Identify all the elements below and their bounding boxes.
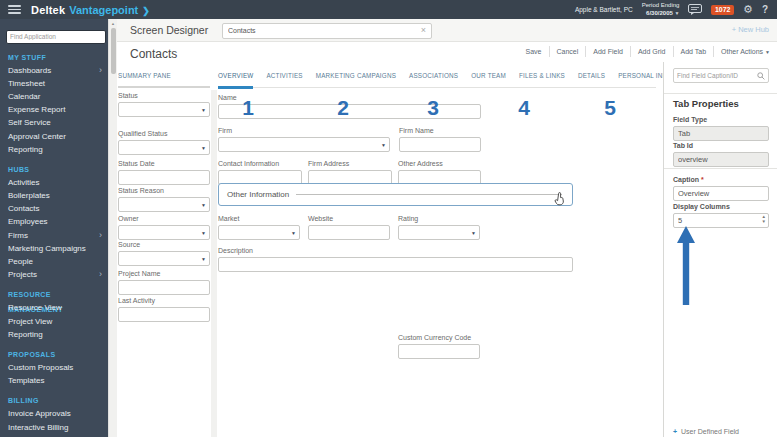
- tab[interactable]: MARKETING CAMPAIGNS: [316, 72, 396, 87]
- sidebar-item[interactable]: Calendar ›: [0, 90, 108, 103]
- hub-selector-input[interactable]: [223, 27, 416, 34]
- pane-divider: [211, 90, 217, 437]
- tab[interactable]: OUR TEAM: [471, 72, 506, 87]
- firm-name-input[interactable]: [399, 137, 481, 152]
- sidebar-item[interactable]: Batch Billing ›: [0, 434, 108, 437]
- add-user-defined-field-link[interactable]: + User Defined Field: [673, 428, 739, 435]
- new-hub-label: New Hub: [738, 25, 769, 34]
- tab[interactable]: ACTIVITIES: [266, 72, 302, 87]
- sidebar-item-label: Interactive Billing: [8, 423, 68, 432]
- hamburger-menu-icon[interactable]: [8, 5, 21, 14]
- display-columns-input[interactable]: [674, 216, 768, 225]
- market-dropdown[interactable]: ▼: [218, 225, 300, 240]
- sidebar-item-label: Contacts: [8, 204, 40, 213]
- field-label: Market: [218, 215, 300, 223]
- sidebar-item[interactable]: Contacts ›: [0, 202, 108, 215]
- tab[interactable]: OVERVIEW: [218, 72, 253, 87]
- section-other-information-selected[interactable]: Other Information: [218, 183, 573, 206]
- scrollbar-thumb[interactable]: [111, 28, 116, 74]
- tab[interactable]: DETAILS: [578, 72, 605, 87]
- field-firm-address: Firm Address: [308, 160, 392, 185]
- field-label: Status Date: [118, 160, 210, 168]
- project-name-input[interactable]: [118, 280, 210, 295]
- field-label: Status Reason: [118, 187, 210, 195]
- sidebar-item[interactable]: Boilerplates ›: [0, 189, 108, 202]
- close-icon[interactable]: ×: [416, 26, 431, 35]
- gear-icon[interactable]: ⚙: [743, 4, 753, 15]
- last-activity-input[interactable]: [118, 307, 210, 322]
- website-input[interactable]: [308, 225, 390, 240]
- sidebar-section-title: PROPOSALS: [0, 347, 108, 361]
- caption-field: [673, 186, 769, 201]
- caret-down-icon: ▼: [201, 107, 206, 113]
- source-dropdown[interactable]: ▼: [118, 251, 210, 266]
- help-icon[interactable]: ?: [762, 4, 768, 15]
- sidebar-item-label: Resource View: [8, 303, 62, 312]
- app-window: Deltek Vantagepoint ❯ Apple & Bartlett, …: [0, 0, 777, 437]
- field-caption-search: [673, 68, 769, 83]
- chevron-right-icon: ›: [99, 66, 102, 75]
- action-button[interactable]: Add Tab: [674, 46, 715, 57]
- period-ending-value: 6/30/2005: [646, 10, 673, 16]
- tab[interactable]: FILES & LINKS: [519, 72, 565, 87]
- chat-icon[interactable]: [688, 4, 702, 15]
- find-application-input[interactable]: [6, 30, 106, 44]
- custom-currency-code-input[interactable]: [398, 344, 480, 359]
- sidebar-item-label: Boilerplates: [8, 191, 50, 200]
- caret-down-icon: ▼: [201, 230, 206, 236]
- sidebar-item[interactable]: Activities ›: [0, 176, 108, 189]
- properties-panel: Tab Properties Field Type Tab Id Caption…: [663, 62, 777, 437]
- owner-dropdown[interactable]: ▼: [118, 225, 210, 240]
- name-input[interactable]: [218, 104, 481, 119]
- sidebar-section-list: Custom Proposals › Templates ›: [0, 361, 108, 387]
- sidebar-section-title: BILLING: [0, 393, 108, 407]
- sidebar-item[interactable]: Approval Center ›: [0, 129, 108, 142]
- property-label: Display Columns: [673, 203, 769, 211]
- status-date-input[interactable]: [118, 170, 210, 185]
- sidebar-item[interactable]: Expense Report ›: [0, 103, 108, 116]
- sidebar-item[interactable]: Interactive Billing ›: [0, 420, 108, 433]
- number-stepper[interactable]: ▲ ▼: [762, 215, 766, 225]
- qualified-status-dropdown[interactable]: ▼: [118, 140, 210, 155]
- find-field-caption-input[interactable]: [674, 72, 757, 79]
- action-button[interactable]: Cancel: [550, 46, 587, 57]
- rating-dropdown[interactable]: ▼: [398, 225, 480, 240]
- sidebar-item[interactable]: Project View ›: [0, 315, 108, 328]
- scrollbar-up-icon[interactable]: ▲: [111, 21, 115, 26]
- sidebar-item[interactable]: People ›: [0, 255, 108, 268]
- description-input[interactable]: [218, 257, 573, 272]
- sidebar-item[interactable]: Reporting ›: [0, 328, 108, 341]
- tab-summary-pane[interactable]: SUMMARY PANE: [118, 72, 210, 88]
- firm-dropdown[interactable]: ▼: [218, 137, 390, 152]
- sidebar-item[interactable]: Reporting ›: [0, 143, 108, 156]
- other-actions-button[interactable]: Other Actions ▼: [714, 46, 770, 57]
- sidebar-item[interactable]: Employees ›: [0, 215, 108, 228]
- status-dropdown[interactable]: ▼: [118, 102, 210, 117]
- sidebar-item[interactable]: Marketing Campaigns ›: [0, 242, 108, 255]
- app-title: Screen Designer: [130, 24, 208, 36]
- action-button[interactable]: Save: [519, 46, 550, 57]
- tab[interactable]: ASSOCIATIONS: [409, 72, 458, 87]
- field-type-value: [673, 126, 769, 141]
- field-contact-information: Contact Information: [218, 160, 302, 185]
- sidebar-item-label: Timesheet: [8, 79, 45, 88]
- spinner-down-icon[interactable]: ▼: [762, 220, 766, 225]
- sidebar-item[interactable]: Dashboards ›: [0, 64, 108, 77]
- sidebar-item[interactable]: Templates ›: [0, 374, 108, 387]
- notification-badge[interactable]: 1072: [711, 5, 734, 15]
- plus-icon: +: [732, 25, 736, 34]
- period-ending-selector[interactable]: Period Ending 6/30/2005 ▼: [642, 2, 680, 17]
- field-last-activity: Last Activity: [118, 297, 210, 322]
- sidebar-item[interactable]: Custom Proposals ›: [0, 361, 108, 374]
- status-reason-dropdown[interactable]: ▼: [118, 197, 210, 212]
- sidebar-item[interactable]: Projects ›: [0, 268, 108, 281]
- sidebar-item[interactable]: Firms ›: [0, 229, 108, 242]
- caption-input[interactable]: [674, 189, 768, 198]
- action-button[interactable]: Add Grid: [631, 46, 674, 57]
- action-button[interactable]: Add Field: [586, 46, 631, 57]
- new-hub-button[interactable]: + New Hub: [732, 25, 769, 34]
- caret-down-icon: ▼: [201, 145, 206, 151]
- sidebar-item[interactable]: Timesheet ›: [0, 77, 108, 90]
- sidebar-item[interactable]: Self Service ›: [0, 116, 108, 129]
- sidebar-item[interactable]: Invoice Approvals ›: [0, 407, 108, 420]
